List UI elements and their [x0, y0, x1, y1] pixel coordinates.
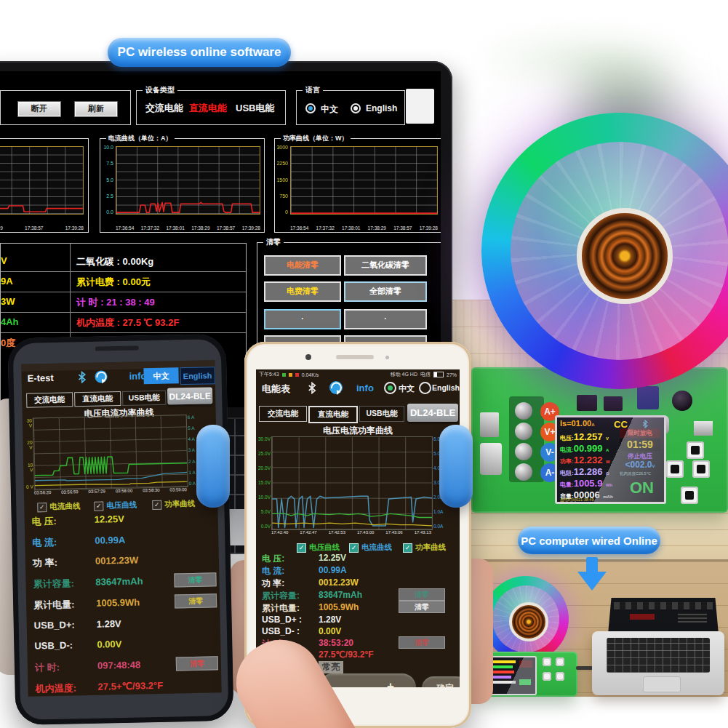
reset-fee-button[interactable]: 电费清零	[264, 281, 341, 302]
clear-timer-button[interactable]: 清零	[399, 636, 445, 649]
clear-capacity-button[interactable]: 清零	[399, 588, 445, 601]
reading-usb-dminus: USB_D-:0.00V	[34, 639, 121, 652]
clear-energy-button[interactable]: 清零	[399, 601, 445, 613]
reset-energy-button[interactable]: 电能清零	[264, 255, 341, 276]
x-tick: 17:38:01	[342, 225, 360, 231]
reset-extra-button[interactable]: ·	[264, 309, 341, 329]
chart-xaxis: 17:42:40 17:42:47 17:42:53 17:43:00 17:4…	[271, 530, 431, 535]
dl24-ble-button[interactable]: DL24-BLE	[407, 404, 458, 422]
reading-capacity: 累计容量:83647mAh	[33, 575, 143, 591]
mini-button	[556, 672, 564, 681]
radio-english[interactable]	[351, 103, 361, 113]
tab-ac-power[interactable]: 交流电能	[26, 392, 73, 407]
radio-chinese-label[interactable]: 中文	[321, 103, 338, 116]
power-chart-xaxis: 17:36:54 17:37:32 17:38:01 17:38:29 17:3…	[290, 225, 438, 231]
bluetooth-icon[interactable]	[76, 371, 87, 383]
lang-chinese-button[interactable]: 中文	[143, 367, 178, 384]
refresh-button[interactable]: 刷新	[75, 102, 117, 116]
terminal-screw	[515, 402, 532, 420]
x-tick: 03:58:30	[143, 488, 159, 492]
usb-c-port	[480, 443, 502, 475]
x-tick: 17:37:32	[141, 225, 159, 231]
disconnect-button[interactable]: 断开	[18, 102, 60, 116]
tab-usb-power[interactable]: USB电能	[122, 391, 166, 406]
mini-fan-hub	[509, 602, 548, 641]
reset-extra-button[interactable]: ·	[344, 309, 427, 329]
language-label: 语言	[303, 86, 323, 95]
dl24-ble-button[interactable]: DL24-BLE	[167, 387, 212, 404]
checkbox-current-curve[interactable]: ✓电流曲线	[349, 540, 392, 553]
clear-capacity-button[interactable]: 清零	[174, 572, 216, 587]
x-tick: 17:37:32	[316, 225, 335, 231]
clear-timer-button[interactable]: 清零	[176, 656, 218, 671]
tab-dc-power[interactable]: 直流电能	[308, 406, 358, 423]
reset-co2-button[interactable]: 二氧化碳清零	[344, 255, 427, 276]
sensor-dot	[385, 356, 389, 359]
reset-all-button[interactable]: 全部清零	[344, 281, 427, 302]
partial-value: V	[1, 255, 33, 266]
tab-ac-power[interactable]: 交流电能	[259, 406, 307, 422]
y-tick: 3000	[275, 145, 288, 150]
checkbox-power-curve[interactable]: ✓功率曲线	[403, 540, 446, 553]
globe-icon[interactable]	[94, 369, 108, 383]
x-tick: 03:56:59	[61, 489, 78, 494]
down-arrow-head	[577, 572, 607, 591]
language-group: 语言 中文 English	[296, 90, 405, 125]
app-title: E-test	[27, 372, 53, 384]
tab-dc-power[interactable]: 直流电能	[74, 391, 121, 407]
radio-english-label[interactable]: English	[366, 103, 397, 113]
connection-group: 断开 刷新	[0, 90, 131, 125]
checkbox-voltage-curve[interactable]: ✓电压曲线	[297, 540, 340, 553]
radio-english[interactable]	[419, 382, 431, 394]
reading-current: 电 流:00.99A	[262, 565, 347, 577]
radio-english-label[interactable]: English	[432, 383, 460, 392]
radio-chinese[interactable]	[305, 103, 316, 113]
status-time: 下午5:43	[259, 371, 279, 378]
checkbox-power-curve[interactable]: ✓功率曲线	[152, 496, 195, 510]
device-type-dc[interactable]: 直流电能	[189, 102, 227, 115]
device-type-ac[interactable]: 交流电能	[145, 102, 183, 115]
tab-usb-power[interactable]: USB电能	[359, 406, 404, 422]
setup-button	[687, 441, 704, 459]
reading-voltage: 电 压:12.25V	[32, 513, 125, 529]
reading-usb-dminus: USB_D- :0.00V	[262, 626, 341, 636]
x-tick: 17:38:57	[25, 225, 43, 231]
globe-icon[interactable]	[329, 380, 343, 395]
stat-time: 计 时 : 21 : 38 : 49	[76, 296, 155, 309]
reading-power: 功 率:0012.23W	[262, 577, 359, 590]
reset-group-label: 清零	[263, 238, 284, 247]
radio-chinese[interactable]	[384, 382, 396, 394]
power-chart-group: 功率曲线（单位：W） 3000 2250 1500 750 0 17:36:54…	[274, 138, 441, 233]
x-tick: 17:43:13	[415, 530, 431, 535]
checkbox-voltage-curve[interactable]: ✓电压曲线	[94, 497, 137, 511]
y-tick: 1500	[275, 177, 288, 183]
current-chart-plot	[116, 146, 260, 215]
y-tick: 5.0V	[256, 509, 271, 514]
start-button	[681, 487, 698, 504]
partial-value: 4Ah	[1, 316, 33, 327]
clear-energy-button[interactable]: 清零	[175, 593, 217, 608]
mini-laptop-red	[630, 614, 655, 620]
ok-button[interactable]: 确定	[422, 676, 460, 687]
mini-button	[556, 657, 564, 666]
lang-english-button[interactable]: English	[180, 367, 215, 385]
y-tick: 1.0A	[433, 509, 451, 514]
info-link[interactable]: info	[356, 383, 374, 393]
current-chart-group: 电流曲线（单位：A） 10.0 7.5 5.0 2.5 0.0 17:36:54…	[100, 138, 265, 233]
radio-chinese-label[interactable]: 中文	[399, 383, 415, 394]
voltage-chart-xaxis: 01 17:38:29 17:38:57 17:39:28	[0, 225, 84, 231]
minus-button	[666, 460, 684, 478]
status-carrier: 电信	[420, 371, 431, 378]
voltage-chart-group: 01 17:38:29 17:38:57 17:39:28	[0, 138, 89, 233]
checkbox-current-curve[interactable]: ✓电流曲线	[37, 498, 80, 512]
plus-button[interactable]: +	[319, 673, 416, 687]
bluetooth-icon[interactable]	[307, 382, 317, 394]
x-tick: 17:38:29	[191, 225, 209, 231]
mini-laptop-chart	[614, 602, 713, 609]
y-tick: 0.0	[100, 209, 113, 215]
mini-laptop-table	[678, 612, 707, 623]
current-chart-yaxis: 10.0 7.5 5.0 2.5 0.0	[100, 145, 113, 215]
x-tick: 17:38:29	[0, 225, 3, 231]
device-type-usb[interactable]: USB电能	[236, 102, 274, 115]
y-tick: 30 V	[23, 418, 32, 428]
